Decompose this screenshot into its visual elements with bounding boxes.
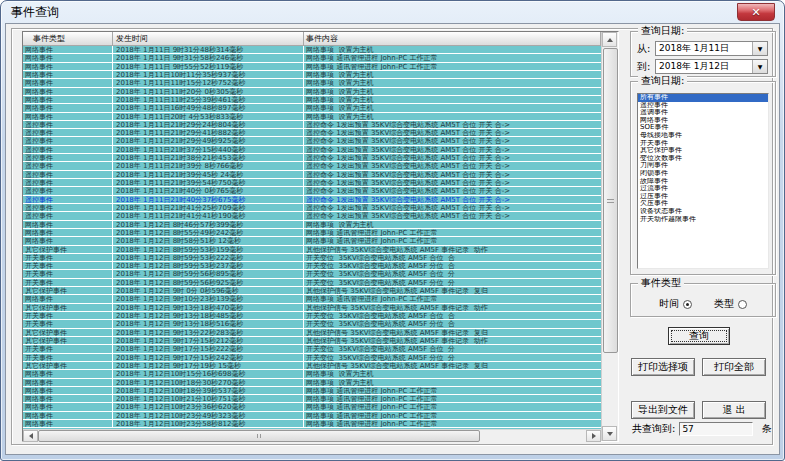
table-row[interactable]: 其它保护事件2018年 1月12日 8时59分53秒159毫秒其他保护信号 35…: [23, 246, 601, 254]
event-type-option[interactable]: 母线接地事件: [638, 132, 768, 140]
table-row[interactable]: 网络事件2018年 1月12日10时23分49秒323毫秒网络事项 通讯管理进程…: [23, 412, 601, 420]
table-row[interactable]: 网络事件2018年 1月12日 8时58分51秒 12毫秒网络事项 通讯管理进程…: [23, 237, 601, 245]
event-type-option[interactable]: 设备状态事件: [638, 208, 768, 216]
close-button[interactable]: ✕: [737, 3, 775, 21]
table-cell: 2018年 1月12日10时23分58秒812毫秒: [113, 420, 304, 427]
from-date-combobox[interactable]: 2018年 1月11日 ▼: [655, 41, 768, 56]
table-row[interactable]: 其它保护事件2018年 1月12日 9时13分18秒470毫秒其他保护信号 35…: [23, 304, 601, 312]
event-type-option[interactable]: 过压事件: [638, 193, 768, 201]
table-cell: 开关变位 35KV综合变电站系统 AM5F 合位 合: [304, 254, 601, 261]
table-row[interactable]: 遥控事件2018年 1月11日21时29分41秒882毫秒遥控命令 1发出预置 …: [23, 129, 601, 137]
table-row[interactable]: 开关事件2018年 1月12日 9时17分15秒242毫秒开关变位 35KV综合…: [23, 354, 601, 362]
print-all-button[interactable]: 打印全部: [702, 358, 766, 376]
table-row[interactable]: 遥控事件2018年 1月11日21时29分24秒804毫秒遥控命令 1发出预置 …: [23, 121, 601, 129]
scroll-up-button[interactable]: [602, 32, 617, 47]
event-type-option[interactable]: 欠压事件: [638, 200, 768, 208]
event-type-option[interactable]: 遥调事件: [638, 109, 768, 117]
table-row[interactable]: 网络事件2018年 1月12日10时15分16秒698毫秒网络事项 设置为主机: [23, 370, 601, 378]
table-row[interactable]: 网络事件2018年 1月12日10时21分10秒751毫秒网络事项 通讯管理进程…: [23, 395, 601, 403]
horizontal-scroll-thumb[interactable]: [38, 430, 480, 442]
table-row[interactable]: 其它保护事件2018年 1月12日 9时13分22秒283毫秒其他保护信号 35…: [23, 329, 601, 337]
table-row[interactable]: 网络事件2018年 1月11日 9时55分52秒119毫秒网络事项 通讯管理进程…: [23, 63, 601, 71]
export-to-file-button[interactable]: 导出到文件: [631, 401, 695, 419]
table-row[interactable]: 开关事件2018年 1月12日 9时13分18秒516毫秒开关变位 35KV综合…: [23, 320, 601, 328]
event-type-option[interactable]: SOE事件: [638, 124, 768, 132]
table-row[interactable]: 开关事件2018年 1月12日 8时59分56秒925毫秒开关变位 35KV综合…: [23, 279, 601, 287]
horizontal-scrollbar[interactable]: [23, 429, 601, 442]
event-type-option[interactable]: 过流事件: [638, 185, 768, 193]
table-row[interactable]: 遥控事件2018年 1月11日21时39分 8秒766毫秒遥控命令 1发出预置 …: [23, 162, 601, 170]
to-date-dropdown-button[interactable]: ▼: [752, 60, 767, 73]
header-event-type[interactable]: 事件类型: [23, 32, 113, 46]
header-event-time[interactable]: 发生时间: [113, 32, 304, 46]
table-row[interactable]: 网络事件2018年 1月12日10时23分58秒812毫秒网络事项 通讯管理进程…: [23, 420, 601, 428]
table-row[interactable]: 网络事件2018年 1月12日 8时55分49秒242毫秒网络事项 通讯管理进程…: [23, 229, 601, 237]
table-row[interactable]: 遥控事件2018年 1月11日21时41分41秒190毫秒遥控命令 1发出预置 …: [23, 212, 601, 220]
table-row[interactable]: 其它保护事件2018年 1月12日 9时 0分 0秒596毫秒其他保护信号 35…: [23, 287, 601, 295]
event-type-option[interactable]: 其它保护事件: [638, 147, 768, 155]
print-selected-button[interactable]: 打印选择项: [631, 358, 695, 376]
table-row[interactable]: 网络事件2018年 1月12日10时18分30秒270毫秒网络事项 设置为主机: [23, 379, 601, 387]
table-row[interactable]: 开关事件2018年 1月12日 9时17分15秒222毫秒开关变位 35KV综合…: [23, 345, 601, 353]
scroll-grip-icon: [607, 199, 614, 203]
to-date-combobox[interactable]: 2018年 1月12日 ▼: [655, 59, 768, 74]
table-row[interactable]: 遥控事件2018年 1月11日21时40分37秒675毫秒遥控命令 1发出预置 …: [23, 196, 601, 204]
table-row[interactable]: 其它保护事件2018年 1月12日 9时17分19秒 15毫秒其他保护信号 35…: [23, 362, 601, 370]
table-row[interactable]: 网络事件2018年 1月11日 9时31分58秒246毫秒网络事项 通讯管理进程…: [23, 54, 601, 62]
table-row[interactable]: 网络事件2018年 1月11日16时49分48秒897毫秒网络事项 设置为主机: [23, 104, 601, 112]
header-event-content[interactable]: 事件内容: [304, 32, 601, 46]
table-row[interactable]: 网络事件2018年 1月11日11时25分39秒461毫秒网络事项 设置为主机: [23, 96, 601, 104]
table-row[interactable]: 网络事件2018年 1月11日20时 4分53秒833毫秒网络事项 设置为主机: [23, 113, 601, 121]
table-row[interactable]: 网络事件2018年 1月12日 8时46分57秒399毫秒网络事项 设置为主机: [23, 221, 601, 229]
radio-option[interactable]: 类型: [714, 297, 747, 311]
event-type-option[interactable]: 网络事件: [638, 117, 768, 125]
table-row[interactable]: 遥控事件2018年 1月11日21时38分21秒453毫秒遥控命令 1发出预置 …: [23, 154, 601, 162]
table-row[interactable]: 遥控事件2018年 1月11日21时41分25秒709毫秒遥控命令 1发出预置 …: [23, 204, 601, 212]
event-type-listbox[interactable]: 所有事件遥控事件遥调事件网络事件SOE事件母线接地事件开关事件其它保护事件变位次…: [637, 93, 769, 269]
table-cell: 遥控命令 1发出预置 35KV综合变电站系统 AM5T 合位 开关 合->: [304, 129, 601, 136]
radio-option[interactable]: 时间: [659, 297, 692, 311]
table-row[interactable]: 网络事件2018年 1月12日10时23分36秒620毫秒网络事项 通讯管理进程…: [23, 403, 601, 411]
from-date-dropdown-button[interactable]: ▼: [752, 42, 767, 55]
table-row[interactable]: 开关事件2018年 1月12日 8时59分56秒895毫秒开关变位 35KV综合…: [23, 270, 601, 278]
table-cell: 2018年 1月12日 8时59分53秒222毫秒: [113, 254, 304, 261]
event-type-option[interactable]: 闭锁事件: [638, 170, 768, 178]
scroll-right-button[interactable]: [586, 430, 601, 442]
table-row[interactable]: 遥控事件2018年 1月11日21时37分15秒440毫秒遥控命令 1发出预置 …: [23, 146, 601, 154]
table-row[interactable]: 遥控事件2018年 1月11日21时40分 0秒765毫秒遥控命令 1发出预置 …: [23, 187, 601, 195]
table-row[interactable]: 开关事件2018年 1月12日 8时59分53秒222毫秒开关变位 35KV综合…: [23, 254, 601, 262]
event-type-option[interactable]: 刀闸事件: [638, 162, 768, 170]
event-type-option[interactable]: 开关动作越限事件: [638, 216, 768, 224]
table-row[interactable]: 网络事件2018年 1月12日 9时10分23秒139毫秒网络事项 通讯管理进程…: [23, 295, 601, 303]
table-row[interactable]: 网络事件2018年 1月11日11时20分 0秒305毫秒网络事项 设置为主机: [23, 88, 601, 96]
table-cell: 2018年 1月11日21时41分25秒709毫秒: [113, 204, 304, 211]
table-cell: 遥控命令 1发出预置 35KV综合变电站系统 AM5T 合位 开关 合->: [304, 196, 601, 203]
event-type-option[interactable]: 变位次数事件: [638, 155, 768, 163]
table-row[interactable]: 网络事件2018年 1月11日 9时31分48秒314毫秒网络事项 设置为主机: [23, 46, 601, 54]
table-row[interactable]: 遥控事件2018年 1月11日21时39分45秒 24毫秒遥控命令 1发出预置 …: [23, 171, 601, 179]
radio-circle-icon[interactable]: [683, 300, 692, 309]
scroll-left-button[interactable]: [23, 430, 38, 442]
query-button[interactable]: 查询: [668, 327, 730, 345]
table-row[interactable]: 开关事件2018年 1月12日 9时13分18秒485毫秒开关变位 35KV综合…: [23, 312, 601, 320]
table-row[interactable]: 其它保护事件2018年 1月12日 9时17分15秒212毫秒其他保护信号 35…: [23, 337, 601, 345]
table-row[interactable]: 网络事件2018年 1月11日11时15分12秒752毫秒网络事项 设置为主机: [23, 79, 601, 87]
radio-circle-icon[interactable]: [738, 300, 747, 309]
table-row[interactable]: 遥控事件2018年 1月11日21时39分54秒750毫秒遥控命令 1发出预置 …: [23, 179, 601, 187]
vertical-scroll-thumb[interactable]: [603, 48, 618, 353]
table-cell: 开关变位 35KV综合变电站系统 AM5F 合位 分: [304, 270, 601, 277]
table-row[interactable]: 网络事件2018年 1月12日10时18分39秒537毫秒网络事项 通讯管理进程…: [23, 387, 601, 395]
table-cell: 遥控命令 1发出预置 35KV综合变电站系统 AM5T 合位 开关 合->: [304, 212, 601, 219]
event-type-option[interactable]: 所有事件: [638, 94, 768, 102]
event-type-option[interactable]: 故障事件: [638, 178, 768, 186]
scroll-down-button[interactable]: [602, 426, 617, 441]
table-row[interactable]: 遥控事件2018年 1月11日21时29分49秒925毫秒遥控命令 1发出预置 …: [23, 137, 601, 145]
event-type-option[interactable]: 遥控事件: [638, 102, 768, 110]
exit-button[interactable]: 退 出: [702, 401, 766, 419]
result-count-field[interactable]: 57: [679, 422, 753, 436]
title-bar[interactable]: 事件查询: [1, 1, 784, 23]
table-row[interactable]: 网络事件2018年 1月11日10时11分35秒937毫秒网络事项 设置为主机: [23, 71, 601, 79]
event-type-option[interactable]: 开关事件: [638, 140, 768, 148]
vertical-scrollbar[interactable]: [601, 32, 618, 441]
table-row[interactable]: 开关事件2018年 1月12日 8时59分53秒237毫秒开关变位 35KV综合…: [23, 262, 601, 270]
